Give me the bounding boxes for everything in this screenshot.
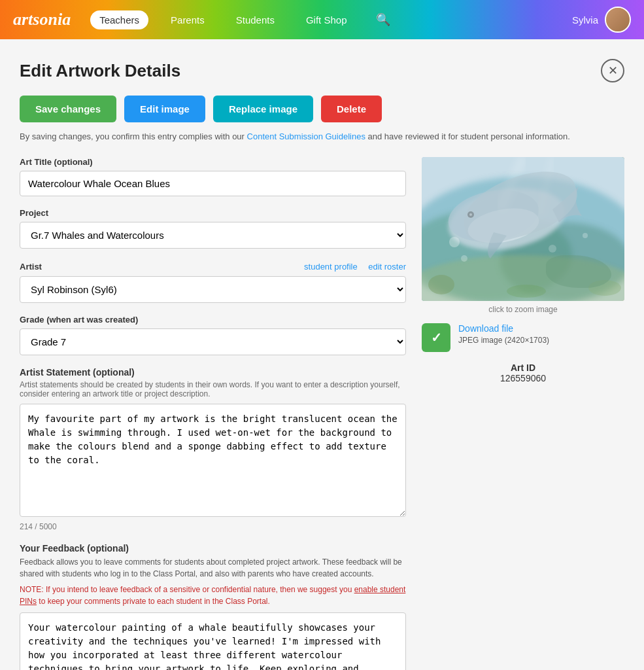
nav-students[interactable]: Students bbox=[227, 10, 284, 29]
artist-statement-desc: Artist statements should be created by s… bbox=[20, 380, 406, 398]
download-section: Download file JPEG image (2420×1703) bbox=[422, 323, 624, 352]
content-guidelines-link[interactable]: Content Submission Guidelines bbox=[247, 132, 365, 141]
replace-image-button[interactable]: Replace image bbox=[213, 96, 313, 122]
artwork-caption: click to zoom image bbox=[422, 305, 624, 314]
feedback-section: Your Feedback (optional) Feedback allows… bbox=[20, 543, 406, 670]
project-label: Project bbox=[20, 208, 406, 218]
svg-point-14 bbox=[428, 275, 454, 294]
save-changes-button[interactable]: Save changes bbox=[20, 96, 116, 122]
page-header: Edit Artwork Details ✕ bbox=[20, 59, 624, 82]
edit-image-button[interactable]: Edit image bbox=[124, 96, 205, 122]
svg-point-11 bbox=[461, 255, 467, 262]
artist-group: Artist student profile edit roster Syl R… bbox=[20, 260, 406, 303]
art-title-group: Art Title (optional) bbox=[20, 157, 406, 196]
nav-teachers[interactable]: Teachers bbox=[90, 10, 148, 29]
download-icon bbox=[422, 323, 450, 352]
feedback-textarea[interactable]: Your watercolour painting of a whale bea… bbox=[20, 612, 406, 670]
nav: Teachers Parents Students Gift Shop 🔍 bbox=[90, 10, 572, 29]
svg-point-13 bbox=[583, 233, 588, 238]
avatar[interactable] bbox=[605, 7, 631, 33]
logo: artsonia bbox=[13, 10, 71, 29]
disclaimer: By saving changes, you confirm this entr… bbox=[20, 132, 624, 141]
left-column: Art Title (optional) Project Gr.7 Whales… bbox=[20, 157, 406, 670]
header: artsonia Teachers Parents Students Gift … bbox=[0, 0, 644, 39]
artist-select[interactable]: Syl Robinson (Syl6) bbox=[20, 276, 406, 303]
artist-statement-char-count: 214 / 5000 bbox=[20, 522, 406, 531]
svg-point-12 bbox=[549, 245, 556, 253]
feedback-desc: Feedback allows you to leave comments fo… bbox=[20, 556, 406, 580]
feedback-note-middle: to keep your comments private to each st… bbox=[37, 597, 270, 606]
student-profile-link[interactable]: student profile bbox=[304, 262, 358, 272]
download-meta: JPEG image (2420×1703) bbox=[458, 336, 549, 345]
artist-statement-group: Artist Statement (optional) Artist state… bbox=[20, 367, 406, 531]
feedback-note: NOTE: If you intend to leave feedback of… bbox=[20, 584, 406, 607]
svg-point-10 bbox=[449, 237, 460, 247]
disclaimer-text-after: and have reviewed it for student persona… bbox=[365, 132, 570, 141]
action-buttons: Save changes Edit image Replace image De… bbox=[20, 96, 624, 122]
artist-label: Artist bbox=[20, 262, 42, 272]
search-icon[interactable]: 🔍 bbox=[376, 12, 390, 27]
artwork-svg bbox=[422, 157, 624, 301]
art-id-section: Art ID 126559060 bbox=[422, 362, 624, 383]
right-column: click to zoom image Download file JPEG i… bbox=[422, 157, 624, 670]
svg-point-8 bbox=[467, 211, 474, 218]
svg-point-15 bbox=[588, 280, 621, 296]
page-title: Edit Artwork Details bbox=[20, 61, 180, 81]
disclaimer-text-before: By saving changes, you confirm this entr… bbox=[20, 132, 247, 141]
delete-button[interactable]: Delete bbox=[321, 96, 382, 122]
feedback-note-before: NOTE: If you intend to leave feedback of… bbox=[20, 585, 354, 594]
grade-select[interactable]: Grade 7 bbox=[20, 328, 406, 355]
artist-links: student profile edit roster bbox=[296, 260, 406, 272]
avatar-image bbox=[606, 7, 630, 33]
artwork-image[interactable] bbox=[422, 157, 624, 301]
download-link[interactable]: Download file bbox=[458, 323, 549, 334]
main-content: Edit Artwork Details ✕ Save changes Edit… bbox=[0, 39, 644, 670]
art-title-label: Art Title (optional) bbox=[20, 157, 406, 167]
edit-roster-link[interactable]: edit roster bbox=[368, 262, 406, 272]
art-id-label: Art ID bbox=[422, 362, 624, 373]
artist-statement-textarea[interactable]: My favourite part of my artwork is the b… bbox=[20, 404, 406, 517]
svg-point-16 bbox=[507, 285, 546, 298]
close-button[interactable]: ✕ bbox=[601, 59, 624, 82]
art-title-input[interactable] bbox=[20, 171, 406, 196]
grade-group: Grade (when art was created) Grade 7 bbox=[20, 315, 406, 355]
user-area: Sylvia bbox=[572, 7, 631, 33]
content-grid: Art Title (optional) Project Gr.7 Whales… bbox=[20, 157, 624, 670]
nav-giftshop[interactable]: Gift Shop bbox=[297, 10, 356, 29]
project-select[interactable]: Gr.7 Whales and Watercolours bbox=[20, 222, 406, 249]
art-id-value: 126559060 bbox=[422, 373, 624, 383]
artist-label-row: Artist student profile edit roster bbox=[20, 260, 406, 272]
download-info: Download file JPEG image (2420×1703) bbox=[458, 323, 549, 345]
nav-parents[interactable]: Parents bbox=[161, 10, 214, 29]
project-group: Project Gr.7 Whales and Watercolours bbox=[20, 208, 406, 249]
username: Sylvia bbox=[572, 14, 598, 26]
artist-statement-title: Artist Statement (optional) bbox=[20, 367, 406, 378]
svg-point-9 bbox=[469, 213, 472, 216]
grade-label: Grade (when art was created) bbox=[20, 315, 406, 325]
feedback-title: Your Feedback (optional) bbox=[20, 543, 406, 554]
